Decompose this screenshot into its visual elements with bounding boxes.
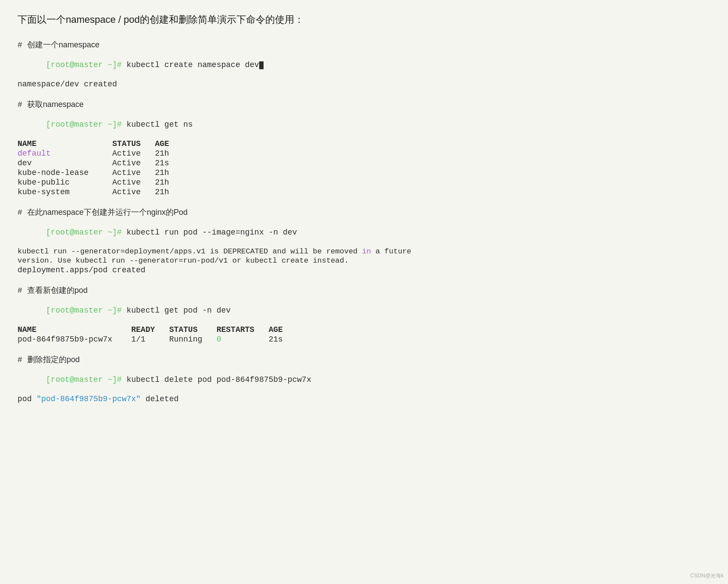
comment-create-pod: # 在此namespace下创建并运行一个nginx的Pod (18, 207, 710, 217)
section-create-namespace: # 创建一个namespace [root@master ~]# kubectl… (18, 39, 710, 89)
cursor-1 (259, 61, 264, 69)
comment-delete-pod: # 删除指定的pod (18, 354, 710, 365)
terminal-container: # 创建一个namespace [root@master ~]# kubectl… (18, 39, 710, 403)
comment-get-pod: # 查看新创建的pod (18, 285, 710, 296)
prompt-1: [root@master ~]# (46, 61, 122, 69)
command-get-ns: [root@master ~]# kubectl get ns (18, 111, 710, 138)
ns-row-kube-public: kube-public Active 21h (18, 178, 710, 187)
watermark: CSDN@沧海k (690, 572, 724, 580)
command-create-namespace: [root@master ~]# kubectl create namespac… (18, 52, 710, 78)
pod-row-1: pod-864f9875b9-pcw7x 1/1 Running 0 21s (18, 335, 710, 344)
comment-create-namespace: # 创建一个namespace (18, 39, 710, 50)
pod-table-header: NAME READY STATUS RESTARTS AGE (18, 325, 710, 334)
command-get-pod: [root@master ~]# kubectl get pod -n dev (18, 297, 710, 324)
output-deprecated-2: version. Use kubectl run --generator=run… (18, 256, 710, 265)
comment-get-ns: # 获取namespace (18, 99, 710, 110)
ns-table-header: NAME STATUS AGE (18, 139, 710, 148)
ns-row-default: default Active 21h (18, 149, 710, 158)
output-pod-deleted: pod "pod-864f9875b9-pcw7x" deleted (18, 395, 710, 403)
output-ns-created: namespace/dev created (18, 80, 710, 89)
intro-text: 下面以一个namespace / pod的创建和删除简单演示下命令的使用： (18, 13, 710, 26)
ns-row-dev: dev Active 21s (18, 159, 710, 167)
prompt-3: [root@master ~]# (46, 228, 122, 237)
command-delete-pod: [root@master ~]# kubectl delete pod pod-… (18, 367, 710, 393)
ns-row-kube-node-lease: kube-node-lease Active 21h (18, 168, 710, 177)
output-deployment-created: deployment.apps/pod created (18, 266, 710, 274)
prompt-2: [root@master ~]# (46, 120, 122, 129)
output-deprecated-1: kubectl run --generator=deployment/apps.… (18, 247, 710, 256)
section-get-ns: # 获取namespace [root@master ~]# kubectl g… (18, 99, 710, 196)
ns-row-kube-system: kube-system Active 21h (18, 188, 710, 196)
section-get-pod: # 查看新创建的pod [root@master ~]# kubectl get… (18, 285, 710, 344)
prompt-4: [root@master ~]# (46, 306, 122, 315)
section-create-pod: # 在此namespace下创建并运行一个nginx的Pod [root@mas… (18, 207, 710, 274)
section-delete-pod: # 删除指定的pod [root@master ~]# kubectl dele… (18, 354, 710, 403)
command-run-pod: [root@master ~]# kubectl run pod --image… (18, 219, 710, 246)
prompt-5: [root@master ~]# (46, 375, 122, 384)
